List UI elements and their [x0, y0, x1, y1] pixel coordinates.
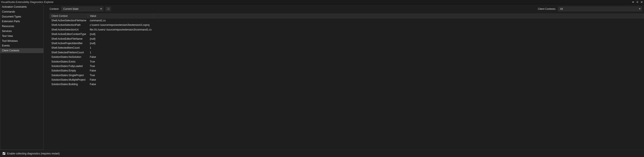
context-value: c:\users\ \source\repos\extension3\exten…	[88, 23, 153, 27]
sidebar-item[interactable]: Events	[0, 43, 44, 48]
client-contexts-dropdown[interactable]: All	[558, 6, 642, 11]
pin-icon[interactable]	[636, 1, 639, 4]
context-value: {null}	[88, 32, 153, 36]
client-contexts-label: Client Contexts:	[538, 7, 556, 10]
context-key: SolutionStates:Building	[50, 82, 88, 87]
context-label: Context:	[50, 7, 59, 10]
table-row[interactable]: SolutionStates:NoSolutionFalse	[50, 55, 644, 59]
table-row[interactable]: Shell:ActiveEditorContentType{null}	[50, 32, 644, 36]
context-key: Shell:ActiveSelectionUri	[50, 27, 88, 32]
table-row[interactable]: SolutionStates:FullyLoadedTrue	[50, 64, 644, 68]
titlebar: VisualStudio.Extensibility Diagnostics E…	[0, 0, 644, 4]
context-value: True	[88, 64, 153, 68]
enable-diagnostics-checkbox[interactable]	[2, 152, 5, 155]
table-row[interactable]: SolutionStates:BuildingFalse	[50, 82, 644, 87]
sidebar-item[interactable]: Client Contexts	[0, 48, 44, 53]
context-table: Client Context Value Shell:ActiveSelecti…	[50, 14, 644, 87]
window: VisualStudio.Extensibility Diagnostics E…	[0, 0, 644, 157]
window-menu-icon[interactable]	[632, 1, 634, 4]
table-wrap: Client Context Value Shell:ActiveSelecti…	[50, 14, 644, 150]
context-key: SolutionStates:MultipleProject	[50, 78, 88, 82]
context-key: Shell:ActiveSelectionFileName	[50, 18, 88, 23]
table-row[interactable]: SolutionStates:ExistsTrue	[50, 59, 644, 64]
context-value: False	[88, 78, 153, 82]
table-row[interactable]: SolutionStates:SingleProjectTrue	[50, 73, 644, 78]
context-key: SolutionStates:NoSolution	[50, 55, 88, 59]
chevron-down-icon	[639, 8, 640, 9]
sidebar-item[interactable]: Services	[0, 29, 44, 34]
context-key: Shell:SelectedFileItemCount	[50, 50, 88, 55]
sidebar-item[interactable]: Text View	[0, 34, 44, 39]
context-key: SolutionStates:Empty	[50, 68, 88, 73]
sidebar-item[interactable]: Activation Constraints	[0, 4, 44, 9]
context-key: Shell:ActiveSelectionPath	[50, 23, 88, 27]
context-key: Shell:ActiveEditorContentType	[50, 32, 88, 36]
sidebar: Activation ConstraintsCommandsDocument T…	[0, 4, 44, 150]
context-value: command1.cs	[88, 18, 153, 23]
column-header[interactable]	[153, 14, 644, 18]
outdent-button[interactable]	[105, 6, 111, 11]
table-header-row: Client Context Value	[50, 14, 644, 18]
chevron-down-icon	[100, 8, 102, 9]
body: Activation ConstraintsCommandsDocument T…	[0, 4, 644, 150]
table-row[interactable]: Shell:ActiveSelectionUrifile:///c:/users…	[50, 27, 644, 32]
footer: Enable collecting diagnostics (requires …	[0, 150, 644, 157]
table-row[interactable]: Shell:ActiveSelectionPathc:\users\ \sour…	[50, 23, 644, 27]
sidebar-item[interactable]: Commands	[0, 9, 44, 14]
context-value: False	[88, 82, 153, 87]
content: Context: Current State Client Contexts: …	[44, 4, 644, 150]
table-row[interactable]: Shell:ActiveProjectIdentifier{null}	[50, 41, 644, 46]
context-key: Shell:ActiveProjectIdentifier	[50, 41, 88, 46]
close-icon[interactable]	[640, 1, 643, 4]
table-row[interactable]: SolutionStates:MultipleProjectFalse	[50, 78, 644, 82]
context-key: Shell:ActiveEditorFileName	[50, 37, 88, 41]
context-value: False	[88, 68, 153, 73]
table-row[interactable]: SolutionStates:EmptyFalse	[50, 68, 644, 73]
context-dropdown[interactable]: Current State	[61, 6, 103, 11]
context-key: SolutionStates:Exists	[50, 59, 88, 64]
context-value: True	[88, 59, 153, 64]
column-header[interactable]: Value	[88, 14, 153, 18]
context-value: {null}	[88, 41, 153, 46]
context-key: SolutionStates:SingleProject	[50, 73, 88, 78]
table-row[interactable]: Shell:SelectedFileItemCount1	[50, 50, 644, 55]
window-title: VisualStudio.Extensibility Diagnostics E…	[1, 1, 632, 4]
context-value: False	[88, 55, 153, 59]
column-header[interactable]: Client Context	[50, 14, 88, 18]
sidebar-item[interactable]: Resources	[0, 24, 44, 29]
toolbar: Context: Current State Client Contexts: …	[50, 4, 644, 14]
table-row[interactable]: Shell:ActiveEditorFileName{null}	[50, 37, 644, 41]
client-contexts-dropdown-value: All	[560, 7, 563, 10]
enable-diagnostics-label[interactable]: Enable collecting diagnostics (requires …	[7, 152, 60, 155]
window-controls	[632, 1, 643, 4]
context-value: 1	[88, 46, 153, 50]
context-dropdown-value: Current State	[63, 7, 78, 10]
sidebar-item[interactable]: Extension Parts	[0, 19, 44, 24]
context-key: SolutionStates:FullyLoaded	[50, 64, 88, 68]
table-row[interactable]: Shell:ActiveSelectionFileNamecommand1.cs	[50, 18, 644, 23]
context-value: {null}	[88, 37, 153, 41]
sidebar-item[interactable]: Document Types	[0, 14, 44, 19]
context-value: 1	[88, 50, 153, 55]
table-row[interactable]: Shell:SelectedItemCount1	[50, 46, 644, 50]
context-value: True	[88, 73, 153, 78]
context-key: Shell:SelectedItemCount	[50, 46, 88, 50]
sidebar-item[interactable]: Tool Windows	[0, 39, 44, 43]
context-value: file:///c:/users/ /source/repos/extensio…	[88, 27, 153, 32]
